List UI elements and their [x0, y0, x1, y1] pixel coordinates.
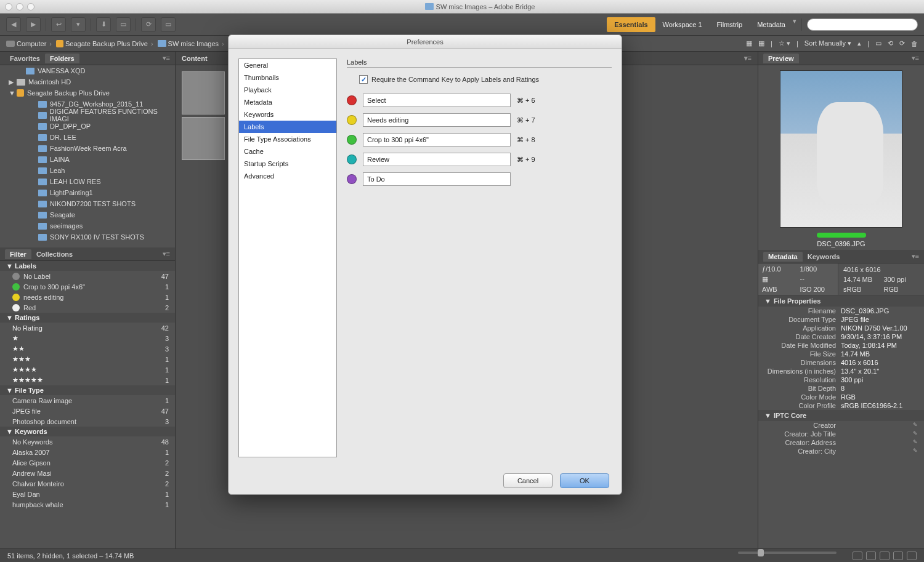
file-properties-header[interactable]: ▼ File Properties — [758, 295, 924, 307]
tree-item[interactable]: ▼Seagate Backup Plus Drive — [0, 87, 175, 98]
sort-dropdown[interactable]: Sort Manually ▾ — [804, 39, 851, 47]
filter-section-header[interactable]: ▼ Ratings — [0, 313, 175, 323]
view-icon[interactable]: ▦ — [746, 39, 752, 47]
tab-preview[interactable]: Preview — [763, 54, 799, 63]
filter-row[interactable]: No Rating42 — [0, 323, 175, 333]
tree-item[interactable]: seeimages — [0, 220, 175, 231]
tree-item[interactable]: LEAH LOW RES — [0, 176, 175, 187]
iptc-header[interactable]: ▼ IPTC Core — [758, 410, 924, 421]
camera-button[interactable]: ⬇ — [96, 17, 111, 32]
workspace-more-icon[interactable]: ▾ — [793, 17, 796, 32]
view-details-icon[interactable] — [880, 552, 890, 560]
cancel-button[interactable]: Cancel — [503, 473, 553, 488]
tab-metadata[interactable]: Metadata — [763, 252, 803, 262]
new-folder-icon[interactable]: ▭ — [875, 39, 881, 47]
tree-item[interactable]: Seagate — [0, 209, 175, 220]
metadata-value[interactable] — [841, 448, 913, 455]
label-name-input[interactable] — [363, 172, 511, 186]
pref-category-thumbnails[interactable]: Thumbnails — [239, 71, 336, 84]
workspace-metadata[interactable]: Metadata — [750, 17, 793, 32]
panel-menu-icon[interactable]: ▾≡ — [912, 252, 919, 260]
filter-row[interactable]: Andrew Masi2 — [0, 468, 175, 478]
thumbnail[interactable] — [182, 71, 225, 114]
require-cmd-checkbox[interactable]: ✓ — [359, 75, 368, 84]
crumb-computer[interactable]: Computer› — [6, 40, 53, 47]
filter-row[interactable]: Alaska 20071 — [0, 447, 175, 457]
filter-row[interactable]: Crop to 300 ppi 4x6"1 — [0, 281, 175, 292]
filter-row[interactable]: humpback whale1 — [0, 499, 175, 510]
batch-button[interactable]: ▭ — [116, 17, 131, 32]
crumb-folder[interactable]: SW misc Images› — [158, 40, 225, 47]
sort-order-icon[interactable]: ▴ — [857, 39, 861, 47]
filter-row[interactable]: Chalvar Monteiro2 — [0, 478, 175, 489]
filter-row[interactable]: No Label47 — [0, 271, 175, 281]
tree-item[interactable]: Leah — [0, 165, 175, 176]
panel-menu-icon[interactable]: ▾≡ — [744, 54, 752, 62]
output-button[interactable]: ▭ — [161, 17, 176, 32]
pref-category-file-type-associations[interactable]: File Type Associations — [239, 133, 336, 145]
tab-favorites[interactable]: Favorites — [5, 54, 45, 63]
tree-item[interactable]: LightPainting1 — [0, 187, 175, 198]
rotate-cw-icon[interactable]: ⟳ — [899, 39, 905, 47]
edit-icon[interactable]: ✎ — [913, 439, 918, 446]
thumbnail-size-slider[interactable] — [738, 552, 837, 554]
tab-collections[interactable]: Collections — [31, 249, 78, 259]
view-thumbnails-icon[interactable] — [866, 552, 876, 560]
edit-icon[interactable]: ✎ — [913, 448, 918, 455]
view2-icon[interactable]: ▦ — [758, 39, 764, 47]
filter-row[interactable]: Eyal Dan1 — [0, 489, 175, 499]
label-name-input[interactable] — [363, 153, 511, 166]
workspace-filmstrip[interactable]: Filmstrip — [710, 17, 750, 32]
tree-item[interactable]: LAINA — [0, 154, 175, 165]
tree-item[interactable]: DIGICAM FEATURES FUNCTIONS IMAGI — [0, 110, 175, 121]
label-name-input[interactable] — [363, 113, 511, 127]
pref-category-playback[interactable]: Playback — [239, 84, 336, 96]
filter-row[interactable]: needs editing1 — [0, 292, 175, 302]
filter-row[interactable]: Alice Gipson2 — [0, 457, 175, 468]
recent-button[interactable]: ▾ — [71, 17, 86, 32]
label-name-input[interactable] — [363, 94, 511, 107]
tab-keywords[interactable]: Keywords — [803, 252, 845, 262]
quality-icon[interactable] — [907, 552, 917, 560]
tree-item[interactable]: NIKOND7200 TEST SHOTS — [0, 198, 175, 209]
view-list-icon[interactable] — [893, 552, 903, 560]
workspace-1[interactable]: Workspace 1 — [655, 17, 710, 32]
filter-row[interactable]: ★★3 — [0, 343, 175, 354]
metadata-value[interactable] — [841, 422, 913, 429]
reveal-button[interactable]: ↩ — [51, 17, 66, 32]
back-button[interactable]: ◀ — [6, 17, 21, 32]
edit-icon[interactable]: ✎ — [913, 430, 918, 438]
thumbnail[interactable] — [182, 117, 225, 160]
disclosure-icon[interactable]: ▼ — [9, 89, 14, 97]
tree-item[interactable]: VANESSA XQD — [0, 65, 175, 76]
filter-section-header[interactable]: ▼ File Type — [0, 385, 175, 395]
pref-category-metadata[interactable]: Metadata — [239, 96, 336, 108]
filter-row[interactable]: ★★★★1 — [0, 364, 175, 375]
filter-row[interactable]: JPEG file47 — [0, 406, 175, 416]
preview-image[interactable] — [780, 70, 902, 228]
filter-row[interactable]: Red2 — [0, 302, 175, 313]
ok-button[interactable]: OK — [560, 473, 609, 488]
minimize-window-button[interactable] — [16, 3, 23, 10]
crumb-drive[interactable]: Seagate Backup Plus Drive› — [56, 40, 155, 47]
filter-row[interactable]: Camera Raw image1 — [0, 395, 175, 406]
trash-icon[interactable]: 🗑 — [911, 40, 918, 47]
pref-category-advanced[interactable]: Advanced — [239, 170, 336, 182]
pref-category-cache[interactable]: Cache — [239, 145, 336, 158]
workspace-essentials[interactable]: Essentials — [607, 17, 655, 32]
tree-item[interactable]: FashionWeek Reem Acra — [0, 143, 175, 154]
metadata-value[interactable] — [841, 430, 913, 438]
tree-item[interactable]: DR. LEE — [0, 132, 175, 143]
filter-row[interactable]: ★★★1 — [0, 354, 175, 364]
forward-button[interactable]: ▶ — [26, 17, 41, 32]
search-input[interactable] — [807, 18, 918, 31]
zoom-window-button[interactable] — [27, 3, 34, 10]
star-filter-icon[interactable]: ☆ ▾ — [779, 39, 790, 47]
pref-category-startup-scripts[interactable]: Startup Scripts — [239, 158, 336, 170]
tab-folders[interactable]: Folders — [45, 54, 79, 63]
filter-section-header[interactable]: ▼ Labels — [0, 261, 175, 271]
disclosure-icon[interactable]: ▶ — [9, 78, 14, 86]
metadata-value[interactable] — [841, 439, 913, 446]
refine-button[interactable]: ⟳ — [141, 17, 156, 32]
panel-menu-icon[interactable]: ▾≡ — [163, 250, 170, 258]
